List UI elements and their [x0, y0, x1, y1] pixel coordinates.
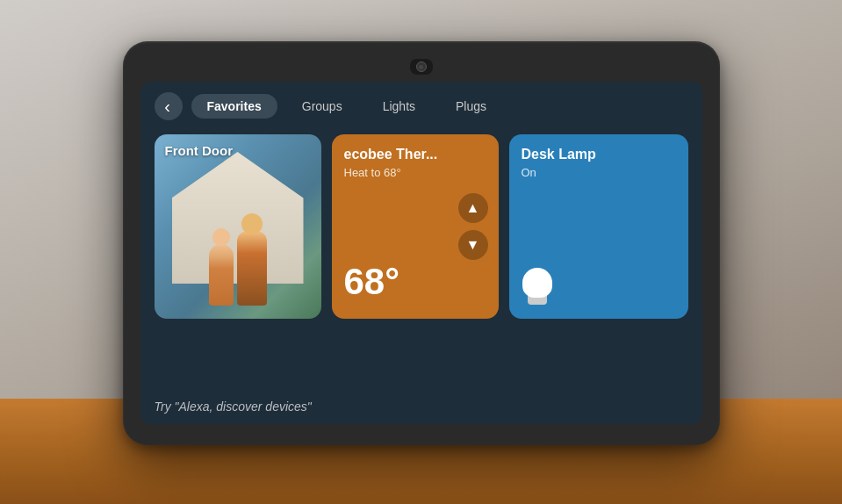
tab-favorites[interactable]: Favorites	[191, 94, 277, 119]
device-wrapper: Favorites Groups Lights Plugs	[123, 41, 720, 445]
card-front-door[interactable]: Front Door	[155, 134, 321, 319]
tab-groups[interactable]: Groups	[286, 94, 358, 119]
scene: Favorites Groups Lights Plugs	[0, 0, 842, 504]
lamp-title: Desk Lamp	[522, 147, 676, 162]
card-thermostat[interactable]: ecobee Ther... Heat to 68° 68° ▲ ▼	[332, 134, 499, 319]
door-camera-feed	[155, 134, 321, 319]
thermostat-subtitle: Heat to 68°	[344, 166, 486, 179]
content-area: Front Door ecobee Ther... Heat to 68° 68…	[140, 127, 702, 424]
thermostat-temp: 68°	[344, 261, 486, 303]
card-desk-lamp[interactable]: Desk Lamp On	[509, 134, 688, 319]
alexa-hint-text: Try "Alexa, discover devices"	[155, 396, 688, 414]
back-button[interactable]	[155, 92, 183, 120]
thermostat-down-button[interactable]: ▼	[458, 230, 488, 260]
people-silhouette	[209, 231, 267, 306]
lamp-status: On	[522, 166, 676, 179]
door-card-title: Front Door	[165, 143, 233, 158]
nav-bar: Favorites Groups Lights Plugs	[140, 82, 702, 127]
camera-lens	[416, 61, 427, 72]
thermostat-controls: ▲ ▼	[458, 193, 488, 260]
tab-lights[interactable]: Lights	[367, 94, 431, 119]
person-male	[237, 231, 267, 306]
thermostat-up-button[interactable]: ▲	[458, 193, 488, 223]
camera-module	[410, 59, 433, 75]
lamp-icon-area	[522, 268, 676, 306]
device-screen: Favorites Groups Lights Plugs	[140, 82, 702, 424]
cards-row: Front Door ecobee Ther... Heat to 68° 68…	[155, 134, 688, 387]
bulb-top	[522, 268, 552, 298]
thermostat-title: ecobee Ther...	[344, 147, 486, 162]
person-female	[209, 244, 234, 306]
tab-plugs[interactable]: Plugs	[440, 94, 502, 119]
bulb-icon	[522, 268, 553, 306]
echo-show-device: Favorites Groups Lights Plugs	[123, 41, 720, 445]
